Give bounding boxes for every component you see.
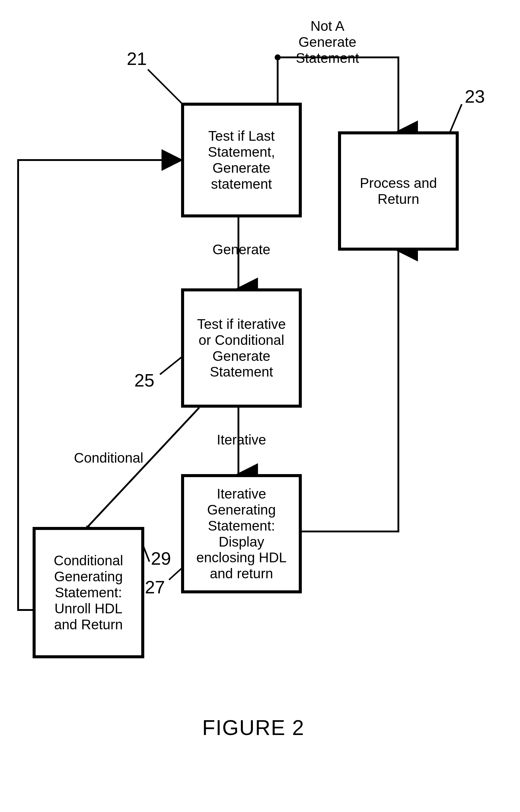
ref-27: 27 [145,577,165,598]
label-generate: Generate [208,242,275,258]
box-test-last-statement: Test if Last Statement, Generate stateme… [181,103,302,218]
ref-25: 25 [134,370,155,391]
box-test-iterative-conditional: Test if iterative or Conditional Generat… [181,288,302,408]
ref-29: 29 [151,548,171,569]
box-iterative-generating: Iterative Generating Statement: Display … [181,474,302,593]
box-process-return: Process and Return [338,131,459,251]
diagram-stage: Test if Last Statement, Generate stateme… [0,0,520,812]
box-conditional-generating: Conditional Generating Statement: Unroll… [33,527,144,658]
label-not-generate: Not A Generate Statement [282,18,373,66]
box-27-text: Iterative Generating Statement: Display … [190,486,293,582]
box-21-text: Test if Last Statement, Generate stateme… [190,128,293,192]
label-conditional: Conditional [67,450,151,466]
label-iterative: Iterative [211,432,271,448]
box-23-text: Process and Return [347,175,450,207]
box-25-text: Test if iterative or Conditional Generat… [190,316,293,380]
box-29-text: Conditional Generating Statement: Unroll… [42,553,135,632]
ref-23: 23 [465,86,485,107]
figure-caption: FIGURE 2 [202,716,305,740]
ref-21: 21 [127,48,147,69]
svg-point-0 [275,54,281,60]
